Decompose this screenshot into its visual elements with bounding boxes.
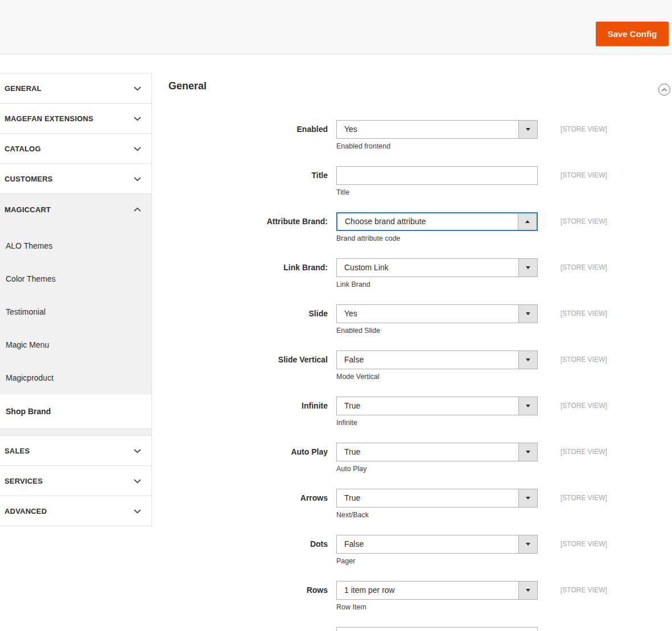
triangle-down-icon <box>526 405 530 407</box>
select-value: 1 item per row <box>337 581 518 599</box>
field-row-auto-play: Auto PlayTrueAuto Play[STORE VIEW] <box>168 443 672 473</box>
sidebar-section-label: CATALOG <box>5 145 41 153</box>
sidebar-section-services[interactable]: SERVICES <box>0 466 151 496</box>
field-label: Dots <box>168 535 328 554</box>
field-label: Enabled <box>168 120 328 139</box>
field-select-slide[interactable]: Yes <box>336 304 538 323</box>
sidebar-section-label: CUSTOMERS <box>5 175 53 183</box>
field-control: FalseMode Vertical <box>336 350 538 381</box>
field-select-dots[interactable]: False <box>336 535 538 554</box>
sidebar-section-magiccart[interactable]: MAGICCART <box>0 194 151 225</box>
config-nav-sidebar: GENERALMAGEFAN EXTENSIONSCATALOGCUSTOMER… <box>0 73 152 526</box>
field-label: Slide Vertical <box>168 350 328 369</box>
field-select-infinite[interactable]: True <box>336 397 538 415</box>
field-select-attribute-brand[interactable]: Choose brand attribute <box>336 212 538 231</box>
sidebar-section-advanced[interactable]: ADVANCED <box>0 496 151 526</box>
main-content: General EnabledYesEnabled frontend[STORE… <box>168 80 672 631</box>
sidebar-item-color-themes[interactable]: Color Themes <box>0 262 151 295</box>
field-control: FalsePager <box>336 535 538 565</box>
field-select-rows[interactable]: 1 item per row <box>336 581 538 600</box>
select-value: Yes <box>337 121 518 138</box>
select-value: True <box>337 443 518 461</box>
field-note: Enabled Slide <box>336 327 538 335</box>
sidebar-item-label: ALO Themes <box>6 241 52 250</box>
field-note: Pager <box>336 557 538 565</box>
sidebar-section-label: SALES <box>5 447 30 455</box>
select-value: False <box>337 351 518 369</box>
sidebar-item-label: Testimonial <box>6 307 46 316</box>
field-select-auto-play[interactable]: True <box>336 443 538 461</box>
chevron-down-icon <box>133 176 142 182</box>
field-select-enabled[interactable]: Yes <box>336 120 538 139</box>
sidebar-section-expanded-magiccart: MAGICCARTALO ThemesColor ThemesTestimoni… <box>0 194 151 429</box>
sidebar-section-magefan-extensions[interactable]: MAGEFAN EXTENSIONS <box>0 104 151 134</box>
select-arrow <box>518 397 537 415</box>
scope-label: [STORE VIEW] <box>560 120 607 139</box>
chevron-down-icon <box>133 86 142 91</box>
scope-label: [STORE VIEW] <box>560 350 607 369</box>
field-control: TrueNext/Back <box>336 489 538 519</box>
sidebar-section-label: MAGICCART <box>5 205 51 214</box>
sidebar-section-catalog[interactable]: CATALOG <box>0 134 151 164</box>
sidebar-section-label: SERVICES <box>5 477 43 485</box>
sidebar-section-sales[interactable]: SALES <box>0 436 151 466</box>
field-row-link-brand: Link Brand:Custom LinkLink Brand[STORE V… <box>168 258 672 288</box>
select-arrow <box>518 489 537 507</box>
field-note: Link Brand <box>336 281 538 288</box>
triangle-up-icon <box>525 220 530 223</box>
scope-label: [STORE VIEW] <box>560 489 607 508</box>
field-select-slide-vertical[interactable]: False <box>336 350 538 369</box>
field-input-title[interactable] <box>336 166 538 185</box>
scope-label: [STORE VIEW] <box>560 443 607 461</box>
field-note: Row Item <box>336 603 538 611</box>
general-fieldset: EnabledYesEnabled frontend[STORE VIEW]Ti… <box>168 120 672 631</box>
chevron-up-icon <box>661 88 667 92</box>
collapse-section-button[interactable] <box>658 84 670 96</box>
scope-label: [STORE VIEW] <box>560 535 607 554</box>
sidebar-item-testimonial[interactable]: Testimonial <box>0 295 151 328</box>
sidebar-item-shop-brand[interactable]: Shop Brand <box>0 394 151 429</box>
sidebar-item-label: Magicproduct <box>6 373 53 382</box>
select-value: True <box>337 397 518 415</box>
sidebar-item-alo-themes[interactable]: ALO Themes <box>0 229 151 262</box>
triangle-down-icon <box>526 543 530 546</box>
sidebar-item-magicproduct[interactable]: Magicproduct <box>0 361 151 394</box>
scope-label: [STORE VIEW] <box>560 397 607 415</box>
sidebar-section-general[interactable]: GENERAL <box>0 73 151 104</box>
field-control: Title <box>336 166 538 196</box>
field-row-title: TitleTitle[STORE VIEW] <box>168 166 672 196</box>
field-note: Title <box>336 188 538 196</box>
sidebar-section-label: ADVANCED <box>5 507 47 515</box>
select-arrow <box>518 351 537 369</box>
field-row-enabled: EnabledYesEnabled frontend[STORE VIEW] <box>168 120 672 150</box>
chevron-down-icon <box>133 479 142 484</box>
sidebar-item-magic-menu[interactable]: Magic Menu <box>0 328 151 361</box>
field-row-arrows: ArrowsTrueNext/Back[STORE VIEW] <box>168 489 672 519</box>
sidebar-section-customers[interactable]: CUSTOMERS <box>0 164 151 194</box>
field-select-arrows[interactable]: True <box>336 489 538 508</box>
field-row-infinite: InfiniteTrueInfinite[STORE VIEW] <box>168 397 672 427</box>
select-arrow <box>518 259 537 277</box>
next-field-partial[interactable] <box>336 627 538 631</box>
field-select-link-brand[interactable]: Custom Link <box>336 258 538 277</box>
triangle-down-icon <box>526 312 530 315</box>
scope-label: [STORE VIEW] <box>560 258 607 277</box>
select-arrow <box>518 213 537 230</box>
select-arrow <box>518 121 537 138</box>
save-config-button[interactable]: Save Config <box>596 22 669 46</box>
field-note: Infinite <box>336 419 538 427</box>
field-label: Auto Play <box>168 443 328 461</box>
field-note: Auto Play <box>336 465 538 473</box>
field-note: Enabled frontend <box>336 142 538 150</box>
scope-label: [STORE VIEW] <box>560 166 607 185</box>
sidebar-item-label: Color Themes <box>6 274 56 283</box>
chevron-down-icon <box>133 509 142 514</box>
field-control: YesEnabled Slide <box>336 304 538 335</box>
field-note: Brand attribute code <box>336 234 538 242</box>
chevron-up-icon <box>133 207 142 212</box>
section-header: General <box>168 80 672 92</box>
field-label: Arrows <box>168 489 328 508</box>
field-label: Attribute Brand: <box>168 212 328 231</box>
scope-label: [STORE VIEW] <box>560 304 607 323</box>
chevron-down-icon <box>133 448 142 453</box>
